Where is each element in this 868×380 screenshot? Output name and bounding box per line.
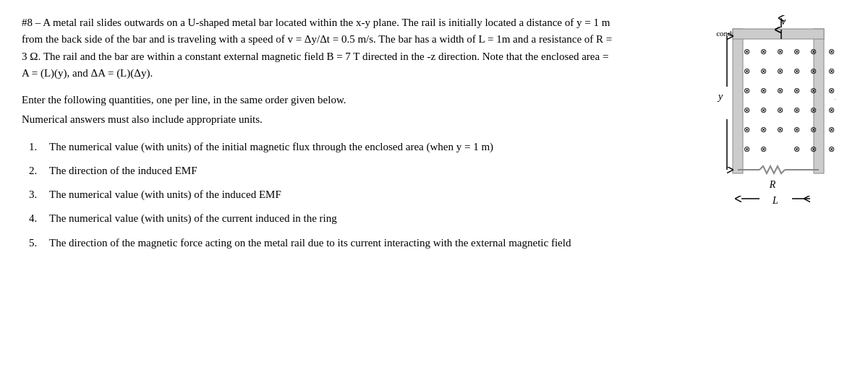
svg-text:v: v xyxy=(781,16,786,27)
svg-text:⊗: ⊗ xyxy=(810,47,817,56)
svg-text:⊗: ⊗ xyxy=(744,125,750,134)
svg-text:⊗: ⊗ xyxy=(760,125,767,134)
diagram-container: v conducting bar xyxy=(629,14,839,259)
svg-text:⊗: ⊗ xyxy=(810,105,817,114)
svg-text:B: B xyxy=(835,90,835,102)
svg-text:⊗: ⊗ xyxy=(760,66,767,75)
svg-text:⊗: ⊗ xyxy=(828,47,835,56)
svg-text:⊗: ⊗ xyxy=(828,86,835,95)
svg-text:L: L xyxy=(772,195,778,206)
svg-text:⊗: ⊗ xyxy=(810,66,817,75)
item-text: The direction of the magnetic force acti… xyxy=(49,235,571,251)
svg-text:R: R xyxy=(769,179,776,190)
svg-text:y: y xyxy=(717,91,723,102)
question-list: 1. The numerical value (with units) of t… xyxy=(29,139,615,251)
svg-text:⊗: ⊗ xyxy=(793,66,800,75)
svg-text:⊗: ⊗ xyxy=(793,125,800,134)
svg-text:⊗: ⊗ xyxy=(744,144,750,153)
svg-text:⊗: ⊗ xyxy=(760,86,767,95)
item-text: The numerical value (with units) of the … xyxy=(49,186,281,203)
instructions-line2: Numerical answers must also include appr… xyxy=(22,111,615,128)
list-item: 2. The direction of the induced EMF xyxy=(29,163,615,179)
svg-text:⊗: ⊗ xyxy=(828,105,835,114)
svg-text:⊗: ⊗ xyxy=(760,47,767,56)
svg-text:⊗: ⊗ xyxy=(744,86,750,95)
svg-text:⊗: ⊗ xyxy=(793,144,800,153)
list-item: 4. The numerical value (with units) of t… xyxy=(29,210,615,227)
svg-text:⊗: ⊗ xyxy=(828,125,835,134)
item-num: 3. xyxy=(29,186,49,203)
item-num: 4. xyxy=(29,210,49,227)
svg-text:⊗: ⊗ xyxy=(744,105,750,114)
item-text: The direction of the induced EMF xyxy=(49,163,197,179)
list-item: 3. The numerical value (with units) of t… xyxy=(29,186,615,203)
svg-text:⊗: ⊗ xyxy=(744,66,750,75)
svg-rect-3 xyxy=(733,29,743,173)
text-content: #8 – A metal rail slides outwards on a U… xyxy=(22,14,615,259)
item-num: 2. xyxy=(29,163,49,179)
svg-text:⊗: ⊗ xyxy=(777,66,783,75)
problem-text: #8 – A metal rail slides outwards on a U… xyxy=(22,14,615,82)
item-text: The numerical value (with units) of the … xyxy=(49,210,337,227)
svg-text:⊗: ⊗ xyxy=(760,105,767,114)
svg-text:⊗: ⊗ xyxy=(777,125,783,134)
svg-text:⊗: ⊗ xyxy=(793,47,800,56)
page-container: #8 – A metal rail slides outwards on a U… xyxy=(22,14,846,259)
item-num: 5. xyxy=(29,235,49,251)
svg-text:⊗: ⊗ xyxy=(810,86,817,95)
svg-text:⊗: ⊗ xyxy=(760,144,767,153)
svg-text:⊗: ⊗ xyxy=(828,144,835,153)
svg-text:⊗: ⊗ xyxy=(828,66,835,75)
svg-text:⊗: ⊗ xyxy=(777,105,783,114)
svg-rect-5 xyxy=(733,29,824,39)
item-text: The numerical value (with units) of the … xyxy=(49,139,493,155)
list-item: 5. The direction of the magnetic force a… xyxy=(29,235,615,251)
svg-text:⊗: ⊗ xyxy=(793,86,800,95)
svg-text:⊗: ⊗ xyxy=(810,125,817,134)
svg-text:⊗: ⊗ xyxy=(810,144,817,153)
list-item: 1. The numerical value (with units) of t… xyxy=(29,139,615,155)
physics-diagram: v conducting bar xyxy=(633,14,835,210)
svg-text:⊗: ⊗ xyxy=(777,86,783,95)
svg-text:⊗: ⊗ xyxy=(744,47,750,56)
item-num: 1. xyxy=(29,139,49,155)
instructions-line1: Enter the following quantities, one per … xyxy=(22,92,615,108)
svg-text:⊗: ⊗ xyxy=(793,105,800,114)
svg-text:⊗: ⊗ xyxy=(777,47,783,56)
